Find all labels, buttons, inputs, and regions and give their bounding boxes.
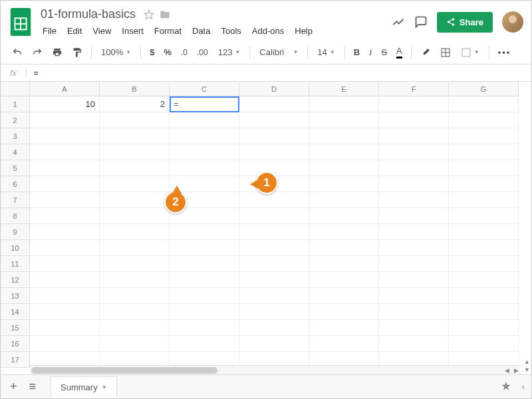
cell-e10[interactable] xyxy=(309,240,379,256)
cell-e4[interactable] xyxy=(309,144,379,160)
cell-a10[interactable] xyxy=(30,240,100,256)
menu-tools[interactable]: Tools xyxy=(216,24,245,38)
cell-b11[interactable] xyxy=(100,256,170,272)
cell-b6[interactable] xyxy=(100,176,170,192)
zoom-dropdown[interactable]: 100%▼ xyxy=(97,45,135,59)
cell-e12[interactable] xyxy=(309,272,379,288)
cell-f13[interactable] xyxy=(379,288,449,304)
cell-d11[interactable] xyxy=(239,256,309,272)
cell-c10[interactable] xyxy=(170,240,239,256)
merge-cells-icon[interactable]: ▼ xyxy=(457,45,483,60)
cell-g6[interactable] xyxy=(449,176,519,192)
menu-edit[interactable]: Edit xyxy=(63,24,86,38)
cell-b1[interactable]: 2 xyxy=(100,96,170,112)
col-header-e[interactable]: E xyxy=(309,82,379,96)
cell-b15[interactable] xyxy=(100,320,170,336)
cell-g15[interactable] xyxy=(449,320,519,336)
star-icon[interactable] xyxy=(144,9,154,20)
cell-a7[interactable] xyxy=(30,192,100,208)
scroll-up-icon[interactable]: ▲ xyxy=(524,358,530,365)
percent-icon[interactable]: % xyxy=(160,45,175,60)
cell-d8[interactable] xyxy=(239,208,309,224)
comments-icon[interactable] xyxy=(414,15,428,29)
cell-c12[interactable] xyxy=(170,272,239,288)
cell-e9[interactable] xyxy=(309,224,379,240)
col-header-f[interactable]: F xyxy=(379,82,449,96)
cell-f4[interactable] xyxy=(379,144,449,160)
cell-d14[interactable] xyxy=(239,304,309,320)
add-sheet-icon[interactable]: + xyxy=(7,377,20,396)
sheet-tab-summary[interactable]: Summary ▼ xyxy=(51,376,117,398)
cell-g1[interactable] xyxy=(449,96,519,112)
cell-a5[interactable] xyxy=(30,160,100,176)
col-header-a[interactable]: A xyxy=(30,82,100,96)
cell-c2[interactable] xyxy=(170,112,239,128)
cell-d7[interactable] xyxy=(239,192,309,208)
cell-d13[interactable] xyxy=(239,288,309,304)
cell-b9[interactable] xyxy=(100,224,170,240)
row-header[interactable]: 15 xyxy=(1,320,30,336)
cell-g9[interactable] xyxy=(449,224,519,240)
all-sheets-icon[interactable]: ≡ xyxy=(27,377,39,396)
cell-b3[interactable] xyxy=(100,128,170,144)
menu-insert[interactable]: Insert xyxy=(117,24,148,38)
cell-e8[interactable] xyxy=(309,208,379,224)
number-format-dropdown[interactable]: 123▼ xyxy=(214,45,245,59)
cell-a4[interactable] xyxy=(30,144,100,160)
cell-g7[interactable] xyxy=(449,192,519,208)
cell-f8[interactable] xyxy=(379,208,449,224)
cell-b12[interactable] xyxy=(100,272,170,288)
row-header[interactable]: 11 xyxy=(1,256,30,272)
share-button[interactable]: Share xyxy=(437,12,493,33)
fill-color-icon[interactable] xyxy=(417,45,434,61)
scroll-left-icon[interactable]: ◀ xyxy=(502,367,511,374)
cell-a12[interactable] xyxy=(30,272,100,288)
cell-c3[interactable] xyxy=(170,128,239,144)
sheets-logo-icon[interactable] xyxy=(9,6,33,38)
cell-f6[interactable] xyxy=(379,176,449,192)
cell-b4[interactable] xyxy=(100,144,170,160)
row-header[interactable]: 8 xyxy=(1,208,30,224)
cell-f10[interactable] xyxy=(379,240,449,256)
col-header-d[interactable]: D xyxy=(239,82,309,96)
cell-e2[interactable] xyxy=(309,112,379,128)
select-all-corner[interactable] xyxy=(1,82,30,96)
cell-f9[interactable] xyxy=(379,224,449,240)
row-header[interactable]: 6 xyxy=(1,176,30,192)
bold-icon[interactable]: B xyxy=(350,45,363,60)
cell-c5[interactable] xyxy=(170,160,239,176)
horizontal-scrollbar[interactable]: ◀ ▶ xyxy=(30,365,521,374)
row-header[interactable]: 12 xyxy=(1,272,30,288)
cell-g3[interactable] xyxy=(449,128,519,144)
more-icon[interactable]: ••• xyxy=(495,45,515,60)
redo-icon[interactable] xyxy=(29,45,46,61)
row-header[interactable]: 9 xyxy=(1,224,30,240)
row-header[interactable]: 17 xyxy=(1,352,30,368)
col-header-b[interactable]: B xyxy=(100,82,170,96)
cell-a16[interactable] xyxy=(30,336,100,352)
row-header[interactable]: 5 xyxy=(1,160,30,176)
cell-a15[interactable] xyxy=(30,320,100,336)
paint-format-icon[interactable] xyxy=(68,45,86,61)
menu-addons[interactable]: Add-ons xyxy=(247,24,289,38)
row-header[interactable]: 7 xyxy=(1,192,30,208)
cell-a11[interactable] xyxy=(30,256,100,272)
menu-view[interactable]: View xyxy=(88,24,116,38)
cell-a8[interactable] xyxy=(30,208,100,224)
cell-a1[interactable]: 10 xyxy=(30,96,100,112)
cell-b10[interactable] xyxy=(100,240,170,256)
scroll-down-icon[interactable]: ▼ xyxy=(524,366,530,373)
cell-b2[interactable] xyxy=(100,112,170,128)
row-header[interactable]: 2 xyxy=(1,112,30,128)
cell-b5[interactable] xyxy=(100,160,170,176)
cell-d3[interactable] xyxy=(239,128,309,144)
cell-f11[interactable] xyxy=(379,256,449,272)
cell-a13[interactable] xyxy=(30,288,100,304)
strikethrough-icon[interactable]: S xyxy=(378,45,390,60)
decrease-decimal-icon[interactable]: .0 xyxy=(178,45,191,60)
cell-d15[interactable] xyxy=(239,320,309,336)
cell-c4[interactable] xyxy=(170,144,239,160)
cell-a9[interactable] xyxy=(30,224,100,240)
cell-b13[interactable] xyxy=(100,288,170,304)
currency-icon[interactable]: $ xyxy=(146,45,158,60)
